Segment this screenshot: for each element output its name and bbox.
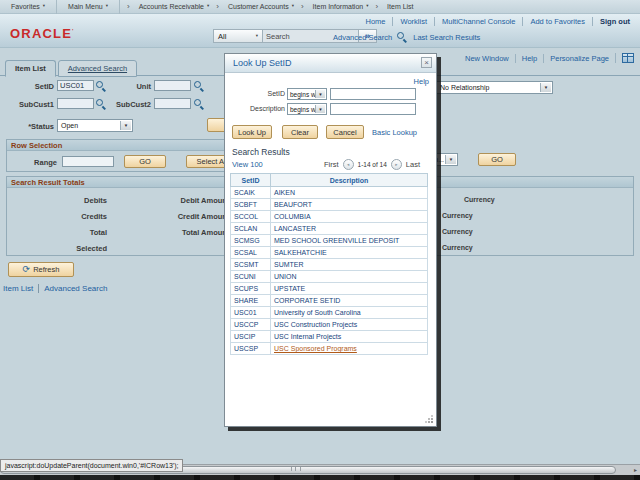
lookup-result-row[interactable]: SCCOL COLUMBIA: [231, 211, 428, 223]
result-setid-cell[interactable]: SCSMT: [231, 259, 271, 271]
lookup-result-row[interactable]: SCMSG MED SCHOOL GREENVILLE DEPOSIT: [231, 235, 428, 247]
breadcrumb-favorites[interactable]: Favorites ▾: [0, 0, 56, 14]
result-setid-cell[interactable]: USC01: [231, 307, 271, 319]
search-results-title: Search Results: [232, 147, 290, 157]
setid-label: SetID: [0, 82, 54, 91]
modal-description-field[interactable]: [330, 103, 416, 115]
result-description-cell[interactable]: CORPORATE SETID: [271, 295, 428, 307]
last-search-results-link[interactable]: Last Search Results: [413, 33, 480, 42]
scroll-right-icon[interactable]: ▸: [634, 466, 637, 474]
result-description-cell[interactable]: USC Sponsored Programs: [271, 343, 428, 355]
lookup-result-row[interactable]: SCLAN LANCASTER: [231, 223, 428, 235]
lookup-result-row[interactable]: USCSP USC Sponsored Programs: [231, 343, 428, 355]
range-field[interactable]: [62, 156, 114, 167]
lookup-result-row[interactable]: SCSMT SUMTER: [231, 259, 428, 271]
lookup-result-row[interactable]: SCUPS UPSTATE: [231, 283, 428, 295]
scrollbar-grip-icon: [291, 467, 301, 471]
sign-out-link[interactable]: Sign out: [592, 17, 630, 26]
lookup-result-row[interactable]: SHARE CORPORATE SETID: [231, 295, 428, 307]
unit-field[interactable]: [154, 80, 191, 91]
cancel-button[interactable]: Cancel: [326, 125, 364, 139]
result-description-cell[interactable]: COLUMBIA: [271, 211, 428, 223]
basic-lookup-link[interactable]: Basic Lookup: [372, 128, 417, 137]
header-nav-link[interactable]: Add to Favorites: [522, 17, 585, 26]
pagination: First ◂ 1-14 of 14 ▸ Last: [324, 159, 420, 170]
breadcrumb-item[interactable]: Accounts Receivable ▾: [127, 3, 209, 11]
tab-item-list[interactable]: Item List: [5, 60, 56, 77]
result-setid-cell[interactable]: USCSP: [231, 343, 271, 355]
dropdown-caret-icon: ▾: [256, 34, 258, 39]
breadcrumb-item[interactable]: Item List: [375, 3, 416, 11]
result-setid-cell[interactable]: SCLAN: [231, 223, 271, 235]
modal-setid-operator-select[interactable]: begins with ▼: [287, 88, 327, 100]
setid-field[interactable]: [57, 80, 94, 91]
breadcrumb-item[interactable]: Item Information ▾: [301, 3, 369, 11]
result-description-cell[interactable]: UNION: [271, 271, 428, 283]
header-nav-link[interactable]: Home: [365, 17, 385, 26]
result-setid-cell[interactable]: SCUPS: [231, 283, 271, 295]
result-setid-cell[interactable]: SCBFT: [231, 199, 271, 211]
totals-currency-label: Currency: [442, 212, 473, 219]
result-setid-cell[interactable]: SCMSG: [231, 235, 271, 247]
refresh-button[interactable]: ⟳ Refresh: [8, 262, 74, 277]
result-description-cell[interactable]: AIKEN: [271, 187, 428, 199]
unit-lookup-magnifier-icon[interactable]: [194, 81, 205, 92]
view-all-link[interactable]: View 100: [232, 160, 263, 169]
result-description-cell[interactable]: LANCASTER: [271, 223, 428, 235]
first-label: First: [324, 160, 339, 169]
status-select[interactable]: Open ▼: [57, 119, 133, 132]
result-setid-cell[interactable]: SCSAL: [231, 247, 271, 259]
subcust2-field[interactable]: [154, 98, 191, 109]
result-setid-cell[interactable]: USCCP: [231, 319, 271, 331]
result-description-cell[interactable]: MED SCHOOL GREENVILLE DEPOSIT: [271, 235, 428, 247]
modal-description-operator-select[interactable]: begins with ▼: [287, 103, 327, 115]
lookup-result-row[interactable]: SCUNI UNION: [231, 271, 428, 283]
advanced-search-link[interactable]: Advanced Search: [333, 33, 392, 42]
page-toolbar-link[interactable]: New Window: [465, 54, 509, 63]
next-page-icon[interactable]: ▸: [391, 159, 402, 170]
relationship-select[interactable]: No Relationship ▼: [436, 81, 553, 94]
lookup-result-row[interactable]: USCCP USC Construction Projects: [231, 319, 428, 331]
item-action-go-button[interactable]: GO: [478, 153, 516, 166]
personalize-layout-icon[interactable]: [622, 53, 634, 63]
lookup-result-row[interactable]: USC01 University of South Carolina: [231, 307, 428, 319]
lookup-result-row[interactable]: SCBFT BEAUFORT: [231, 199, 428, 211]
result-description-cell[interactable]: University of South Carolina: [271, 307, 428, 319]
result-setid-cell[interactable]: USCIP: [231, 331, 271, 343]
tab-advanced-search[interactable]: Advanced Search: [58, 60, 137, 77]
page-toolbar-link[interactable]: Help: [515, 54, 537, 63]
page-toolbar-link[interactable]: Personalize Page: [543, 54, 609, 63]
dropdown-caret-icon: ▾: [207, 4, 209, 9]
breadcrumb-item[interactable]: Customer Accounts ▾: [216, 3, 294, 11]
result-description-cell[interactable]: UPSTATE: [271, 283, 428, 295]
search-scope-select[interactable]: All ▾: [213, 29, 263, 43]
lookup-result-row[interactable]: USCIP USC Internal Projects: [231, 331, 428, 343]
result-description-cell[interactable]: SUMTER: [271, 259, 428, 271]
close-icon[interactable]: ×: [421, 57, 432, 68]
footer-link[interactable]: Item List: [3, 284, 33, 293]
look-up-button[interactable]: Look Up: [232, 125, 272, 139]
breadcrumb-main-menu[interactable]: Main Menu ▾: [57, 0, 119, 14]
range-go-button[interactable]: GO: [124, 155, 166, 168]
resize-grip[interactable]: [425, 415, 433, 423]
modal-header[interactable]: Look Up SetID ×: [225, 54, 436, 73]
result-description-cell[interactable]: USC Internal Projects: [271, 331, 428, 343]
header-nav-link[interactable]: Worklist: [392, 17, 427, 26]
prev-page-icon[interactable]: ◂: [343, 159, 354, 170]
lookup-result-row[interactable]: SCSAL SALKEHATCHIE: [231, 247, 428, 259]
result-description-cell[interactable]: SALKEHATCHIE: [271, 247, 428, 259]
clear-button[interactable]: Clear: [282, 125, 318, 139]
subcust1-field[interactable]: [57, 98, 94, 109]
modal-help-link[interactable]: Help: [414, 77, 429, 86]
result-setid-cell[interactable]: SCAIK: [231, 187, 271, 199]
footer-link[interactable]: Advanced Search: [38, 284, 107, 293]
result-description-cell[interactable]: BEAUFORT: [271, 199, 428, 211]
header-nav-link[interactable]: MultiChannel Console: [434, 17, 515, 26]
result-setid-cell[interactable]: SHARE: [231, 295, 271, 307]
lookup-result-row[interactable]: SCAIK AIKEN: [231, 187, 428, 199]
result-description-cell[interactable]: USC Construction Projects: [271, 319, 428, 331]
result-setid-cell[interactable]: SCCOL: [231, 211, 271, 223]
subcust2-lookup-magnifier-icon[interactable]: [194, 99, 205, 110]
result-setid-cell[interactable]: SCUNI: [231, 271, 271, 283]
modal-setid-field[interactable]: [330, 88, 416, 100]
